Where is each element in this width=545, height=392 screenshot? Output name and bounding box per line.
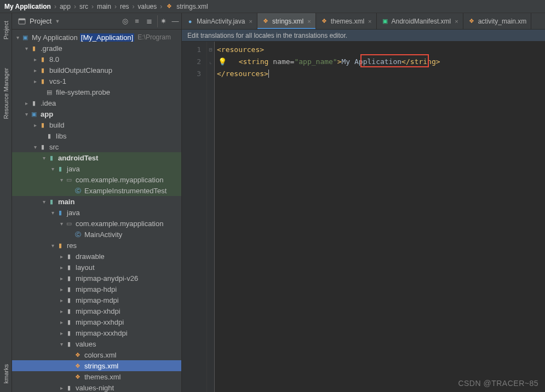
tree-root[interactable]: ▾ ▣ My Application [My_Application] E:\P… bbox=[12, 32, 181, 43]
tree-item[interactable]: ▾▮res bbox=[12, 240, 181, 251]
breadcrumb: My Application › app › src › main › res … bbox=[0, 0, 545, 13]
tree-item[interactable]: ▾▣app bbox=[12, 108, 181, 119]
hide-panel-icon[interactable]: — bbox=[169, 15, 181, 27]
chevron-down-icon[interactable]: ▾ bbox=[23, 45, 30, 51]
chevron-right-icon[interactable]: ▸ bbox=[32, 56, 38, 62]
tree-item[interactable]: ▾▮values bbox=[12, 338, 181, 349]
crumb-res[interactable]: res bbox=[120, 3, 129, 10]
chevron-down-icon[interactable]: ▾ bbox=[58, 177, 65, 183]
locate-icon[interactable]: ◎ bbox=[119, 15, 131, 27]
crumb-file[interactable]: strings.xml bbox=[176, 3, 208, 10]
tab-themes[interactable]: ❖ themes.xml × bbox=[316, 13, 377, 29]
side-tool-bookmarks[interactable]: kmarks bbox=[2, 361, 10, 387]
tree-item[interactable]: ▸▮build bbox=[12, 119, 181, 130]
xml-file-icon: ❖ bbox=[165, 3, 173, 10]
folder-icon: ▮ bbox=[65, 339, 73, 348]
chevron-right-icon[interactable]: ▸ bbox=[32, 67, 38, 73]
tab-strings[interactable]: ❖ strings.xml × bbox=[257, 13, 316, 29]
chevron-right-icon[interactable]: ▸ bbox=[23, 100, 30, 106]
tab-manifest[interactable]: ▣ AndroidManifest.xml × bbox=[377, 13, 463, 29]
tree-item[interactable]: ▾▮java bbox=[12, 163, 181, 174]
tab-activitymain[interactable]: ❖ activity_main.xm bbox=[463, 13, 532, 29]
tree-item[interactable]: ▾▮androidTest bbox=[12, 152, 181, 163]
chevron-right-icon[interactable]: ▸ bbox=[58, 385, 65, 391]
xml-tag: <string bbox=[239, 57, 269, 66]
expand-all-icon[interactable]: ≡ bbox=[131, 15, 143, 27]
settings-icon[interactable]: ✷ bbox=[157, 15, 169, 27]
crumb-src[interactable]: src bbox=[79, 3, 88, 10]
line-gutter[interactable]: 1 2 3 bbox=[182, 42, 207, 392]
fold-end-icon[interactable]: ⌞ bbox=[207, 56, 214, 68]
chevron-down-icon[interactable]: ▾ bbox=[49, 243, 56, 249]
tree-item[interactable]: ▸▮mipmap-hdpi bbox=[12, 284, 181, 295]
tree-item[interactable]: ▾▮src bbox=[12, 141, 181, 152]
tree-item-selected[interactable]: ❖strings.xml bbox=[12, 360, 181, 371]
tree-item[interactable]: ▸▮buildOutputCleanup bbox=[12, 65, 181, 76]
chevron-down-icon[interactable]: ▾ bbox=[14, 34, 21, 41]
tree-item[interactable]: ▾▭com.example.myapplication bbox=[12, 174, 181, 185]
tree-item[interactable]: ▾▮main bbox=[12, 196, 181, 207]
chevron-down-icon[interactable]: ▾ bbox=[23, 111, 30, 117]
fold-gutter[interactable]: ⊟ ⌞ bbox=[207, 42, 215, 392]
chevron-right-icon[interactable]: ▸ bbox=[58, 297, 65, 303]
chevron-down-icon[interactable]: ▾ bbox=[49, 166, 56, 172]
chevron-down-icon[interactable]: ▾ bbox=[32, 144, 38, 150]
chevron-right-icon[interactable]: ▸ bbox=[58, 253, 65, 260]
tree-item[interactable]: ▸▮mipmap-xxxhdpi bbox=[12, 327, 181, 338]
chevron-right-icon[interactable]: ▸ bbox=[58, 308, 65, 314]
tree-item[interactable]: ▸▮vcs-1 bbox=[12, 76, 181, 87]
chevron-right-icon[interactable]: ▸ bbox=[58, 330, 65, 336]
tree-item[interactable]: ▾▮.gradle bbox=[12, 43, 181, 54]
xml-file-icon: ❖ bbox=[262, 18, 269, 25]
side-tool-resource-manager[interactable]: Resource Manager bbox=[2, 65, 10, 123]
tree-item[interactable]: ▸▮mipmap-xhdpi bbox=[12, 305, 181, 316]
chevron-right-icon[interactable]: ▸ bbox=[32, 122, 38, 128]
project-tree[interactable]: ▾ ▣ My Application [My_Application] E:\P… bbox=[12, 30, 182, 392]
tree-item[interactable]: ▸▮.idea bbox=[12, 97, 181, 108]
code-body[interactable]: <resources> 💡 <string name="app_name">My… bbox=[215, 42, 545, 392]
tree-item[interactable]: ❖themes.xml bbox=[12, 371, 181, 382]
tree-item[interactable]: ▸▮values-night bbox=[12, 382, 181, 392]
tree-item[interactable]: ❖colors.xml bbox=[12, 349, 181, 360]
tab-mainactivity[interactable]: ● MainActivity.java × bbox=[182, 13, 257, 29]
line-number: 2 bbox=[182, 56, 201, 68]
fold-toggle-icon[interactable]: ⊟ bbox=[207, 44, 214, 56]
tree-item[interactable]: ▸▮mipmap-anydpi-v26 bbox=[12, 273, 181, 284]
tree-item[interactable]: ▸▮mipmap-xxhdpi bbox=[12, 316, 181, 327]
project-view-selector[interactable]: Project ▼ bbox=[18, 17, 60, 26]
editor-banner[interactable]: Edit translations for all locales in the… bbox=[182, 30, 545, 42]
close-icon[interactable]: × bbox=[455, 18, 458, 25]
tree-item[interactable]: ▸▮8.0 bbox=[12, 54, 181, 65]
chevron-down-icon[interactable]: ▾ bbox=[58, 221, 65, 227]
crumb-main[interactable]: main bbox=[97, 3, 111, 10]
chevron-right-icon[interactable]: ▸ bbox=[58, 275, 65, 281]
tree-item[interactable]: ▾▭com.example.myapplication bbox=[12, 218, 181, 229]
code-area[interactable]: 1 2 3 ⊟ ⌞ <resources> 💡 <string name="ap… bbox=[182, 42, 545, 392]
tree-item[interactable]: ▮libs bbox=[12, 130, 181, 141]
tree-item[interactable]: ▸▮mipmap-mdpi bbox=[12, 295, 181, 305]
intention-bulb-icon[interactable]: 💡 bbox=[218, 57, 227, 66]
chevron-right-icon[interactable]: ▸ bbox=[58, 319, 65, 325]
crumb-root[interactable]: My Application bbox=[4, 3, 51, 10]
chevron-down-icon[interactable]: ▾ bbox=[49, 210, 56, 216]
tree-item[interactable]: ▤file-system.probe bbox=[12, 87, 181, 97]
chevron-right-icon[interactable]: ▸ bbox=[58, 286, 65, 292]
chevron-down-icon[interactable]: ▾ bbox=[41, 199, 47, 205]
tree-item[interactable]: ▸▮layout bbox=[12, 262, 181, 273]
chevron-right-icon: › bbox=[74, 3, 76, 10]
tree-item[interactable]: ⒸMainActivity bbox=[12, 229, 181, 240]
close-icon[interactable]: × bbox=[368, 18, 371, 25]
chevron-right-icon[interactable]: ▸ bbox=[32, 78, 38, 84]
tree-item[interactable]: ⒸExampleInstrumentedTest bbox=[12, 185, 181, 196]
chevron-down-icon[interactable]: ▾ bbox=[58, 341, 65, 347]
crumb-app[interactable]: app bbox=[60, 3, 71, 10]
side-tool-project[interactable]: Project bbox=[2, 18, 10, 43]
collapse-all-icon[interactable]: ≣ bbox=[143, 15, 155, 27]
close-icon[interactable]: × bbox=[307, 18, 311, 25]
tree-item[interactable]: ▸▮drawable bbox=[12, 251, 181, 262]
chevron-down-icon[interactable]: ▾ bbox=[41, 155, 47, 161]
close-icon[interactable]: × bbox=[249, 18, 252, 25]
crumb-values[interactable]: values bbox=[138, 3, 157, 10]
tree-item[interactable]: ▾▮java bbox=[12, 207, 181, 218]
chevron-right-icon[interactable]: ▸ bbox=[58, 264, 65, 270]
